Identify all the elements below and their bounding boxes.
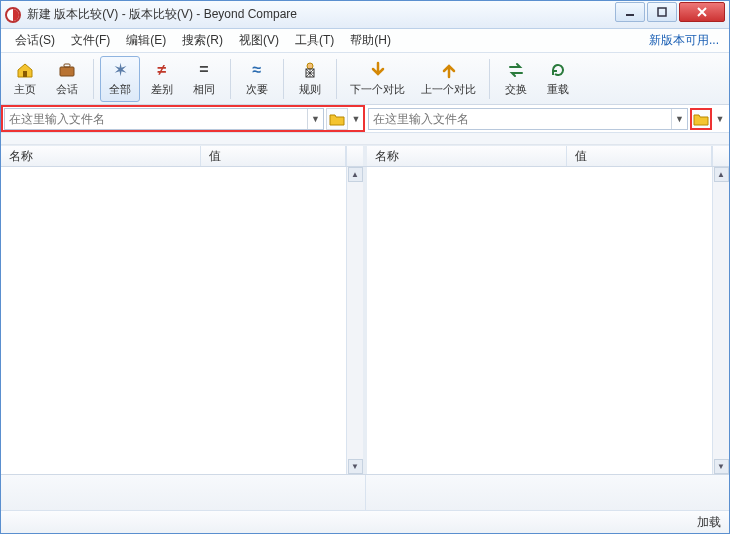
folder-icon — [329, 112, 345, 126]
menu-help[interactable]: 帮助(H) — [342, 29, 399, 52]
session-button[interactable]: 会话 — [47, 56, 87, 102]
swap-button[interactable]: 交换 — [496, 56, 536, 102]
headers-row: 名称 值 名称 值 — [1, 145, 729, 167]
not-equal-icon: ≠ — [152, 60, 172, 80]
all-button[interactable]: ✶ 全部 — [100, 56, 140, 102]
toolbar-separator — [336, 59, 337, 99]
titlebar: 新建 版本比较(V) - 版本比较(V) - Beyond Compare — [1, 1, 729, 29]
left-path-dropdown[interactable]: ▼ — [307, 109, 323, 129]
left-detail-area — [1, 475, 366, 510]
right-path-input[interactable] — [369, 109, 671, 129]
folder-icon — [693, 112, 709, 126]
minor-button[interactable]: ≈ 次要 — [237, 56, 277, 102]
right-path-dropdown[interactable]: ▼ — [671, 109, 687, 129]
content-row: ▲ ▼ ▲ ▼ — [1, 167, 729, 475]
same-label: 相同 — [193, 82, 215, 97]
menu-file[interactable]: 文件(F) — [63, 29, 118, 52]
minor-label: 次要 — [246, 82, 268, 97]
home-icon — [15, 60, 35, 80]
left-browse-dropdown[interactable]: ▼ — [350, 108, 362, 130]
left-panel: ▲ ▼ — [1, 167, 363, 474]
left-path-area: ▼ ▼ — [1, 105, 365, 132]
scroll-down-icon[interactable]: ▼ — [714, 459, 729, 474]
left-panel-body[interactable] — [1, 167, 346, 474]
prev-diff-button[interactable]: 上一个对比 — [414, 56, 483, 102]
reload-icon — [548, 60, 568, 80]
rules-label: 规则 — [299, 82, 321, 97]
reload-button[interactable]: 重载 — [538, 56, 578, 102]
left-col-name[interactable]: 名称 — [1, 146, 201, 166]
scroll-up-icon[interactable]: ▲ — [348, 167, 363, 182]
all-label: 全部 — [109, 82, 131, 97]
right-col-value[interactable]: 值 — [567, 146, 712, 166]
next-diff-button[interactable]: 下一个对比 — [343, 56, 412, 102]
spacer-strip — [1, 133, 729, 145]
svg-point-6 — [307, 63, 313, 69]
svg-rect-1 — [626, 14, 634, 16]
left-scrollbar[interactable]: ▲ ▼ — [346, 167, 363, 474]
svg-rect-4 — [60, 67, 74, 76]
up-arrow-icon — [439, 60, 459, 80]
prev-diff-label: 上一个对比 — [421, 82, 476, 97]
right-path-area: ▼ ▼ — [365, 105, 729, 132]
next-diff-label: 下一个对比 — [350, 82, 405, 97]
toolbar: 主页 会话 ✶ 全部 ≠ 差别 = 相同 ≈ 次要 规则 — [1, 53, 729, 105]
window-title: 新建 版本比较(V) - 版本比较(V) - Beyond Compare — [27, 6, 615, 23]
status-bar: 加载 — [1, 511, 729, 533]
menubar: 会话(S) 文件(F) 编辑(E) 搜索(R) 视图(V) 工具(T) 帮助(H… — [1, 29, 729, 53]
right-path-input-wrap: ▼ — [368, 108, 688, 130]
approx-icon: ≈ — [247, 60, 267, 80]
menu-edit[interactable]: 编辑(E) — [118, 29, 174, 52]
svg-rect-3 — [23, 71, 27, 77]
right-browse-dropdown[interactable]: ▼ — [714, 108, 726, 130]
home-button[interactable]: 主页 — [5, 56, 45, 102]
minimize-button[interactable] — [615, 2, 645, 22]
right-panel-body[interactable] — [367, 167, 712, 474]
referee-icon — [300, 60, 320, 80]
left-path-input-wrap: ▼ — [4, 108, 324, 130]
menu-session[interactable]: 会话(S) — [7, 29, 63, 52]
svg-rect-2 — [658, 8, 666, 16]
status-text: 加载 — [697, 514, 721, 531]
right-detail-area — [366, 475, 730, 510]
down-arrow-icon — [368, 60, 388, 80]
rules-button[interactable]: 规则 — [290, 56, 330, 102]
session-label: 会话 — [56, 82, 78, 97]
home-label: 主页 — [14, 82, 36, 97]
toolbar-separator — [230, 59, 231, 99]
bottom-strip — [1, 475, 729, 511]
menu-tools[interactable]: 工具(T) — [287, 29, 342, 52]
diff-button[interactable]: ≠ 差别 — [142, 56, 182, 102]
right-browse-button[interactable] — [690, 108, 712, 130]
right-scrollbar[interactable]: ▲ ▼ — [712, 167, 729, 474]
reload-label: 重载 — [547, 82, 569, 97]
toolbar-separator — [283, 59, 284, 99]
diff-label: 差别 — [151, 82, 173, 97]
app-icon — [5, 7, 21, 23]
path-row: ▼ ▼ ▼ ▼ — [1, 105, 729, 133]
toolbar-separator — [489, 59, 490, 99]
same-button[interactable]: = 相同 — [184, 56, 224, 102]
right-panel: ▲ ▼ — [367, 167, 729, 474]
update-link[interactable]: 新版本可用... — [649, 32, 723, 49]
scroll-up-icon[interactable]: ▲ — [714, 167, 729, 182]
star-icon: ✶ — [110, 60, 130, 80]
left-browse-button[interactable] — [326, 108, 348, 130]
close-button[interactable] — [679, 2, 725, 22]
left-col-value[interactable]: 值 — [201, 146, 346, 166]
toolbar-separator — [93, 59, 94, 99]
equal-icon: = — [194, 60, 214, 80]
maximize-button[interactable] — [647, 2, 677, 22]
right-col-name[interactable]: 名称 — [367, 146, 567, 166]
swap-label: 交换 — [505, 82, 527, 97]
briefcase-icon — [57, 60, 77, 80]
menu-search[interactable]: 搜索(R) — [174, 29, 231, 52]
menu-view[interactable]: 视图(V) — [231, 29, 287, 52]
svg-rect-5 — [64, 64, 70, 67]
left-path-input[interactable] — [5, 109, 307, 129]
swap-icon — [506, 60, 526, 80]
scroll-down-icon[interactable]: ▼ — [348, 459, 363, 474]
